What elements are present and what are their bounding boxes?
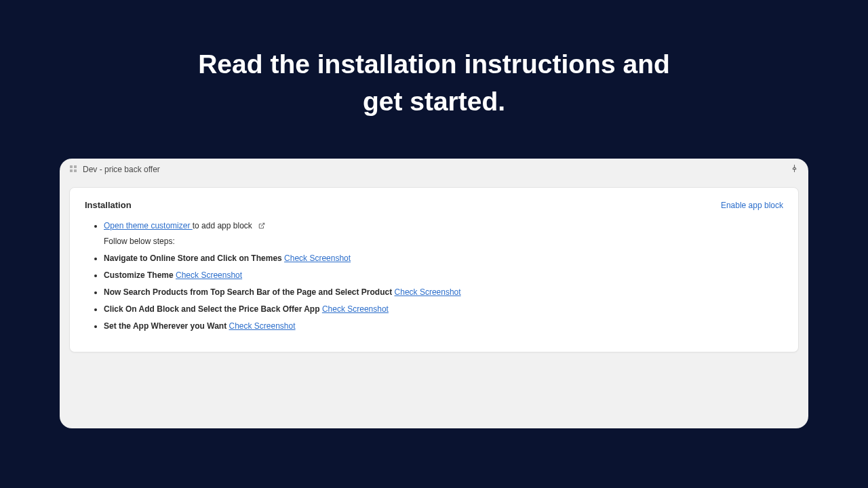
pin-icon[interactable] [790,164,799,175]
page-title-line2: get started. [363,87,505,116]
open-customizer-suffix: to add app block [193,221,252,230]
card-title: Installation [85,200,132,210]
step-add-block: Click On Add Block and Select the Price … [104,303,783,315]
step-open-customizer: Open theme customizer to add app block F… [104,220,783,247]
svg-rect-3 [74,169,77,172]
check-screenshot-link-4[interactable]: Check Screenshot [322,304,389,314]
step-customize-theme: Customize Theme Check Screenshot [104,269,783,281]
page-title-line1: Read the installation instructions and [198,49,670,79]
svg-line-4 [261,223,264,226]
enable-app-block-link[interactable]: Enable app block [721,201,783,210]
check-screenshot-link-1[interactable]: Check Screenshot [284,253,351,263]
open-theme-customizer-link[interactable]: Open theme customizer [104,221,193,230]
svg-rect-2 [70,169,73,172]
app-header-left: Dev - price back offer [69,165,160,175]
app-window: Dev - price back offer Installation Enab… [60,159,808,428]
check-screenshot-link-3[interactable]: Check Screenshot [395,287,461,297]
svg-rect-0 [70,165,73,168]
step-3-text: Now Search Products from Top Search Bar … [104,287,392,297]
installation-card: Installation Enable app block Open theme… [69,187,799,352]
app-title: Dev - price back offer [83,165,160,174]
app-header: Dev - price back offer [60,159,808,179]
step-5-text: Set the App Wherever you Want [104,321,226,331]
check-screenshot-link-5[interactable]: Check Screenshot [229,321,295,331]
page-title: Read the installation instructions and g… [0,0,868,120]
steps-list: Open theme customizer to add app block F… [85,220,783,332]
card-header: Installation Enable app block [85,200,783,210]
external-link-icon [258,221,265,232]
svg-rect-1 [74,165,77,168]
step-4-text: Click On Add Block and Select the Price … [104,304,320,314]
follow-steps-label: Follow below steps: [104,235,783,247]
step-set-app: Set the App Wherever you Want Check Scre… [104,320,783,332]
app-logo-icon [69,165,77,175]
step-search-products: Now Search Products from Top Search Bar … [104,286,783,298]
check-screenshot-link-2[interactable]: Check Screenshot [176,270,242,280]
step-navigate-themes: Navigate to Online Store and Click on Th… [104,252,783,264]
step-1-text: Navigate to Online Store and Click on Th… [104,253,282,263]
step-2-text: Customize Theme [104,270,174,280]
